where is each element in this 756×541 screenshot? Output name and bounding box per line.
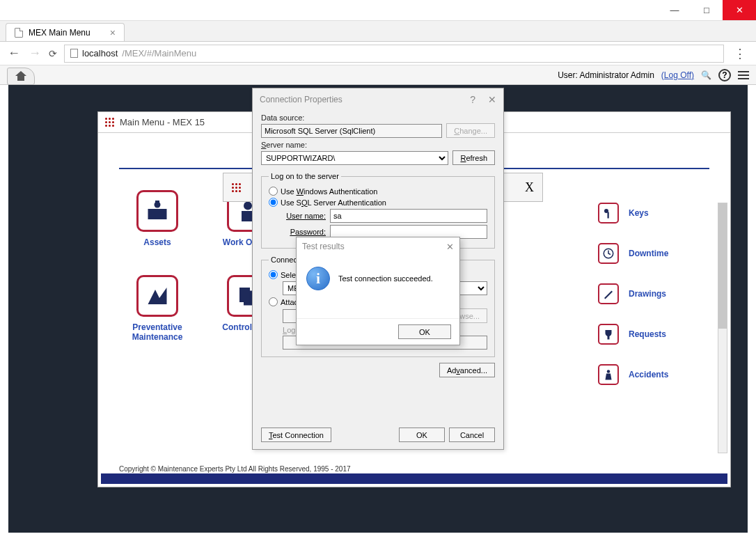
info-icon: i: [306, 267, 330, 290]
svg-rect-10: [608, 336, 610, 340]
browser-tab[interactable]: MEX Main Menu ×: [6, 23, 125, 41]
document-icon: [15, 28, 23, 38]
app-header: User: Administrator Admin (Log Off) 🔍 ?: [0, 65, 756, 85]
svg-rect-2: [155, 201, 159, 203]
logoff-link[interactable]: (Log Off): [661, 70, 694, 80]
svg-point-11: [607, 370, 611, 373]
data-source-label: Data source:: [261, 113, 495, 122]
hamburger-icon[interactable]: [738, 71, 749, 79]
help-icon[interactable]: ?: [718, 69, 731, 81]
nav-back-button[interactable]: ←: [7, 46, 21, 61]
side-menu: Keys Downtime Drawings Requests Accident…: [598, 203, 709, 405]
keys-icon: [598, 203, 619, 224]
popup-title: Test results: [302, 242, 345, 251]
browser-toolbar: ← → ⟳ localhost/MEX/#/MainMenu ⋮: [0, 42, 756, 65]
popup-close-button[interactable]: ✕: [446, 242, 454, 252]
secondary-dialog-close[interactable]: X: [525, 180, 534, 195]
connection-title: Connection Properties: [260, 95, 342, 104]
sql-auth-radio[interactable]: Use SQL Server Authentication: [269, 198, 487, 207]
user-label: User: Administrator Admin: [558, 70, 654, 80]
popup-ok-button[interactable]: OK: [398, 324, 451, 339]
window-maximize-button[interactable]: □: [691, 0, 723, 20]
tab-title: MEX Main Menu: [29, 28, 90, 38]
username-field[interactable]: [330, 209, 487, 223]
server-name-label: Server name:: [261, 141, 495, 149]
change-button[interactable]: CChange...hange...: [446, 123, 495, 138]
advanced-button[interactable]: Advanced...: [439, 363, 495, 377]
popup-message: Test connection succeeded.: [338, 274, 433, 283]
dialog-help-button[interactable]: ?: [470, 94, 475, 105]
main-menu-title: Main Menu - MEX 15: [120, 117, 205, 127]
test-results-popup: Test results ✕ i Test connection succeed…: [296, 237, 460, 345]
nav-forward-button[interactable]: →: [28, 46, 42, 61]
menu-item-preventative-maintenance[interactable]: Preventative Maintenance: [119, 275, 196, 342]
tab-close-icon[interactable]: ×: [110, 27, 116, 38]
svg-rect-0: [148, 209, 167, 219]
address-bar[interactable]: localhost/MEX/#/MainMenu: [64, 45, 724, 63]
logon-legend: Log on to the server: [269, 172, 341, 180]
app-logo-icon: [105, 118, 114, 127]
url-host: localhost: [82, 48, 118, 58]
window-close-button[interactable]: ✕: [723, 0, 756, 20]
home-icon: [15, 71, 26, 81]
reload-button[interactable]: ⟳: [49, 48, 57, 59]
side-item-accidents[interactable]: Accidents: [598, 364, 709, 385]
server-name-select[interactable]: SUPPORTWIZARD\: [261, 151, 448, 165]
window-titlebar: — □ ✕: [0, 0, 756, 21]
svg-rect-8: [608, 212, 609, 219]
side-item-drawings[interactable]: Drawings: [598, 283, 709, 304]
requests-icon: [598, 324, 619, 345]
windows-auth-radio[interactable]: Use Windows Authentication: [269, 187, 487, 196]
menu-item-assets[interactable]: Assets: [119, 190, 196, 247]
side-item-requests[interactable]: Requests: [598, 324, 709, 345]
drawings-icon: [598, 283, 619, 304]
scrollbar[interactable]: [718, 203, 727, 453]
downtime-icon: [598, 243, 619, 264]
search-icon[interactable]: 🔍: [701, 70, 711, 80]
copyright-text: Copyright © Maintenance Experts Pty Ltd …: [119, 465, 351, 473]
browser-menu-button[interactable]: ⋮: [731, 46, 749, 61]
password-label: Password:: [283, 228, 326, 236]
site-info-icon: [70, 49, 78, 58]
popup-titlebar: Test results ✕: [297, 237, 459, 256]
refresh-button[interactable]: Refresh: [452, 150, 495, 165]
footer-bar: [101, 473, 727, 484]
cancel-button[interactable]: Cancel: [449, 428, 495, 442]
url-path: /MEX/#/MainMenu: [122, 48, 196, 58]
preventative-maintenance-icon: [136, 275, 178, 317]
window-minimize-button[interactable]: —: [659, 0, 691, 20]
scrollbar-thumb[interactable]: [718, 203, 727, 329]
browser-tabstrip: MEX Main Menu ×: [0, 21, 756, 42]
dialog-close-button[interactable]: ✕: [488, 94, 496, 105]
username-label: User name:: [283, 212, 326, 220]
accidents-icon: [598, 364, 619, 385]
assets-icon: [136, 190, 178, 232]
side-item-downtime[interactable]: Downtime: [598, 243, 709, 264]
ok-button[interactable]: OK: [399, 428, 445, 442]
test-connection-button[interactable]: Test Connection: [261, 428, 331, 442]
connection-titlebar: Connection Properties ? ✕: [253, 88, 503, 111]
data-source-field: [261, 124, 442, 138]
side-item-keys[interactable]: Keys: [598, 203, 709, 224]
home-tab[interactable]: [7, 68, 35, 85]
svg-point-3: [244, 202, 252, 210]
app-logo-icon: [232, 183, 241, 192]
